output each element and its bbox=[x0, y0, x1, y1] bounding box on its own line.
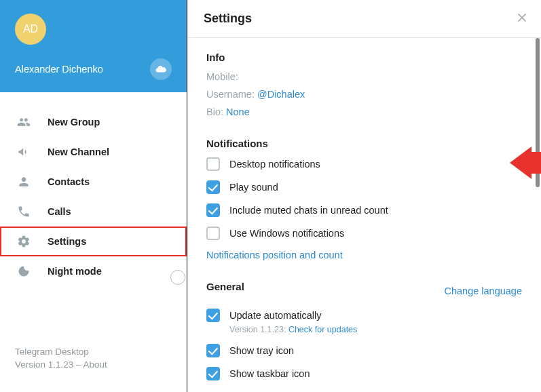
option-desktop-notifications[interactable]: Desktop notifications bbox=[206, 157, 522, 171]
checkbox[interactable] bbox=[206, 227, 220, 240]
option-label: Show taskbar icon bbox=[229, 368, 310, 379]
sidebar-item-label: Contacts bbox=[48, 176, 90, 187]
version-subtext: Version 1.1.23: Check for updates bbox=[229, 325, 522, 334]
sidebar: AD Alexander Dichenko New Group New Chan… bbox=[0, 0, 187, 392]
settings-panel: Settings Info Mobile: Username: @Dichale… bbox=[187, 0, 541, 392]
person-icon bbox=[16, 175, 31, 189]
sidebar-item-label: New Group bbox=[48, 117, 100, 128]
section-heading: General bbox=[206, 281, 244, 292]
info-label: Bio: bbox=[206, 106, 223, 117]
sidebar-header: AD Alexander Dichenko bbox=[0, 0, 187, 92]
sidebar-item-label: New Channel bbox=[48, 146, 109, 157]
panel-body: Info Mobile: Username: @Dichalex Bio: No… bbox=[187, 38, 541, 392]
option-label: Use Windows notifications bbox=[229, 228, 344, 239]
checkbox[interactable] bbox=[206, 344, 220, 357]
option-label: Show tray icon bbox=[229, 345, 294, 356]
gear-icon bbox=[16, 235, 31, 248]
avatar[interactable]: AD bbox=[15, 14, 46, 45]
option-include-muted-chats-in-unread-count[interactable]: Include muted chats in unread count bbox=[206, 203, 522, 217]
app-version[interactable]: Version 1.1.23 – About bbox=[15, 359, 172, 372]
sidebar-item-new-channel[interactable]: New Channel bbox=[0, 137, 187, 167]
username-link[interactable]: @Dichalex bbox=[257, 89, 305, 100]
sidebar-item-new-group[interactable]: New Group bbox=[0, 107, 187, 137]
option-use-windows-notifications[interactable]: Use Windows notifications bbox=[206, 227, 522, 240]
checkbox[interactable] bbox=[206, 309, 220, 322]
panel-header: Settings bbox=[187, 0, 541, 38]
info-bio: Bio: None bbox=[206, 106, 522, 117]
megaphone-icon bbox=[16, 145, 31, 159]
option-show-taskbar-icon[interactable]: Show taskbar icon bbox=[206, 367, 522, 380]
checkbox[interactable] bbox=[206, 157, 220, 171]
section-info: Info Mobile: Username: @Dichalex Bio: No… bbox=[206, 52, 522, 117]
bio-link[interactable]: None bbox=[226, 106, 250, 117]
info-label: Username: bbox=[206, 89, 255, 100]
option-label: Desktop notifications bbox=[229, 159, 320, 170]
notifications-position-link[interactable]: Notifications position and count bbox=[206, 250, 522, 260]
version-text: Version 1.1.23: bbox=[229, 325, 288, 334]
info-mobile: Mobile: bbox=[206, 71, 522, 82]
user-name: Alexander Dichenko bbox=[15, 64, 103, 75]
scrollbar[interactable] bbox=[536, 38, 540, 187]
option-label: Update automatically bbox=[229, 310, 321, 321]
section-general: General Change language Update automatic… bbox=[206, 281, 522, 380]
sidebar-footer: Telegram Desktop Version 1.1.23 – About bbox=[0, 346, 187, 392]
check-updates-link[interactable]: Check for updates bbox=[288, 325, 357, 334]
info-username: Username: @Dichalex bbox=[206, 89, 522, 100]
option-label: Include muted chats in unread count bbox=[229, 205, 388, 216]
section-notifications: Notifications Desktop notificationsPlay … bbox=[206, 138, 522, 260]
sidebar-item-label: Night mode bbox=[48, 266, 102, 277]
page-title: Settings bbox=[204, 12, 252, 26]
close-icon[interactable] bbox=[515, 11, 529, 28]
checkbox[interactable] bbox=[206, 203, 220, 217]
sidebar-item-contacts[interactable]: Contacts bbox=[0, 167, 187, 197]
sidebar-item-calls[interactable]: Calls bbox=[0, 197, 187, 227]
section-heading: Notifications bbox=[206, 138, 522, 149]
checkbox[interactable] bbox=[206, 180, 220, 194]
option-play-sound[interactable]: Play sound bbox=[206, 180, 522, 194]
section-heading: Info bbox=[206, 52, 522, 63]
change-language-link[interactable]: Change language bbox=[445, 286, 523, 296]
app-name: Telegram Desktop bbox=[15, 346, 172, 359]
option-show-tray-icon[interactable]: Show tray icon bbox=[206, 344, 522, 357]
group-icon bbox=[16, 115, 31, 129]
option-update-automatically[interactable]: Update automatically bbox=[206, 309, 522, 322]
sidebar-item-label: Calls bbox=[48, 206, 71, 217]
checkbox[interactable] bbox=[206, 367, 220, 380]
sidebar-item-label: Settings bbox=[48, 236, 86, 247]
option-label: Play sound bbox=[229, 182, 278, 193]
cloud-icon[interactable] bbox=[150, 58, 172, 80]
sidebar-item-settings[interactable]: Settings bbox=[0, 227, 187, 256]
sidebar-item-night-mode[interactable]: Night mode bbox=[0, 256, 187, 286]
moon-icon bbox=[16, 264, 31, 278]
phone-icon bbox=[16, 205, 31, 218]
sidebar-menu: New Group New Channel Contacts Calls bbox=[0, 92, 187, 346]
